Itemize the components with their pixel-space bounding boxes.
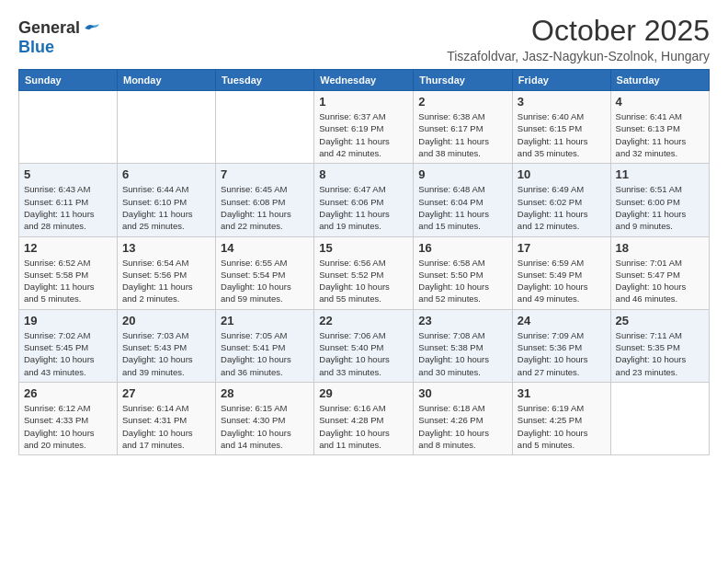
- col-monday: Monday: [117, 70, 215, 91]
- calendar-cell: 24Sunrise: 7:09 AM Sunset: 5:36 PM Dayli…: [512, 309, 610, 382]
- calendar-cell: 3Sunrise: 6:40 AM Sunset: 6:15 PM Daylig…: [512, 91, 610, 164]
- day-info: Sunrise: 7:05 AM Sunset: 5:41 PM Dayligh…: [221, 329, 309, 378]
- day-number: 24: [518, 314, 606, 327]
- day-info: Sunrise: 6:41 AM Sunset: 6:13 PM Dayligh…: [616, 110, 704, 159]
- day-number: 9: [418, 167, 507, 181]
- logo-blue: Blue: [18, 38, 54, 57]
- day-info: Sunrise: 6:56 AM Sunset: 5:52 PM Dayligh…: [319, 257, 408, 305]
- calendar-cell: 1Sunrise: 6:37 AM Sunset: 6:19 PM Daylig…: [314, 91, 414, 164]
- day-number: 12: [24, 241, 112, 255]
- day-number: 6: [122, 167, 210, 181]
- day-number: 22: [319, 314, 408, 327]
- calendar-cell: 27Sunrise: 6:14 AM Sunset: 4:31 PM Dayli…: [117, 382, 215, 454]
- calendar-cell: [117, 91, 215, 164]
- day-number: 5: [24, 167, 112, 181]
- day-info: Sunrise: 7:09 AM Sunset: 5:36 PM Dayligh…: [518, 329, 606, 378]
- day-number: 11: [616, 167, 704, 181]
- day-info: Sunrise: 6:15 AM Sunset: 4:30 PM Dayligh…: [221, 402, 309, 451]
- calendar-cell: 5Sunrise: 6:43 AM Sunset: 6:11 PM Daylig…: [19, 164, 118, 236]
- day-number: 16: [418, 241, 507, 255]
- day-info: Sunrise: 6:38 AM Sunset: 6:17 PM Dayligh…: [418, 110, 507, 159]
- calendar-cell: 26Sunrise: 6:12 AM Sunset: 4:33 PM Dayli…: [19, 382, 118, 454]
- day-number: 21: [221, 314, 309, 327]
- day-number: 31: [518, 386, 606, 400]
- day-number: 26: [24, 386, 112, 400]
- day-info: Sunrise: 6:14 AM Sunset: 4:31 PM Dayligh…: [122, 402, 210, 451]
- day-number: 15: [319, 241, 408, 255]
- day-info: Sunrise: 6:16 AM Sunset: 4:28 PM Dayligh…: [319, 402, 408, 451]
- day-number: 8: [319, 167, 408, 181]
- calendar-cell: 25Sunrise: 7:11 AM Sunset: 5:35 PM Dayli…: [610, 309, 709, 382]
- day-info: Sunrise: 6:37 AM Sunset: 6:19 PM Dayligh…: [319, 110, 408, 159]
- day-number: 7: [221, 167, 309, 181]
- calendar-cell: 2Sunrise: 6:38 AM Sunset: 6:17 PM Daylig…: [414, 91, 513, 164]
- calendar-week-4: 19Sunrise: 7:02 AM Sunset: 5:45 PM Dayli…: [19, 309, 710, 382]
- day-info: Sunrise: 7:11 AM Sunset: 5:35 PM Dayligh…: [616, 329, 704, 378]
- logo-general: General: [18, 18, 80, 38]
- day-number: 18: [616, 241, 704, 255]
- calendar-week-1: 1Sunrise: 6:37 AM Sunset: 6:19 PM Daylig…: [19, 91, 710, 164]
- day-info: Sunrise: 6:48 AM Sunset: 6:04 PM Dayligh…: [418, 183, 507, 232]
- day-info: Sunrise: 6:55 AM Sunset: 5:54 PM Dayligh…: [221, 257, 309, 305]
- day-info: Sunrise: 6:44 AM Sunset: 6:10 PM Dayligh…: [122, 183, 210, 232]
- calendar-cell: 18Sunrise: 7:01 AM Sunset: 5:47 PM Dayli…: [610, 236, 709, 309]
- col-tuesday: Tuesday: [216, 70, 314, 91]
- day-info: Sunrise: 6:19 AM Sunset: 4:25 PM Dayligh…: [518, 402, 606, 451]
- day-info: Sunrise: 7:01 AM Sunset: 5:47 PM Dayligh…: [616, 257, 704, 305]
- day-info: Sunrise: 6:12 AM Sunset: 4:33 PM Dayligh…: [24, 402, 112, 451]
- calendar-cell: 6Sunrise: 6:44 AM Sunset: 6:10 PM Daylig…: [117, 164, 215, 236]
- page: General Blue October 2025 Tiszafoldvar, …: [0, 0, 728, 465]
- calendar-cell: 30Sunrise: 6:18 AM Sunset: 4:26 PM Dayli…: [414, 382, 513, 454]
- day-info: Sunrise: 6:58 AM Sunset: 5:50 PM Dayligh…: [418, 257, 507, 305]
- day-info: Sunrise: 6:43 AM Sunset: 6:11 PM Dayligh…: [24, 183, 112, 232]
- day-number: 20: [122, 314, 210, 327]
- day-number: 25: [616, 314, 704, 327]
- day-info: Sunrise: 6:49 AM Sunset: 6:02 PM Dayligh…: [518, 183, 606, 232]
- day-info: Sunrise: 7:02 AM Sunset: 5:45 PM Dayligh…: [24, 329, 112, 378]
- day-info: Sunrise: 7:03 AM Sunset: 5:43 PM Dayligh…: [122, 329, 210, 378]
- calendar-cell: 21Sunrise: 7:05 AM Sunset: 5:41 PM Dayli…: [216, 309, 314, 382]
- calendar-cell: 10Sunrise: 6:49 AM Sunset: 6:02 PM Dayli…: [512, 164, 610, 236]
- calendar-week-5: 26Sunrise: 6:12 AM Sunset: 4:33 PM Dayli…: [19, 382, 710, 454]
- month-title: October 2025: [447, 15, 710, 47]
- col-friday: Friday: [512, 70, 610, 91]
- calendar-cell: [19, 91, 118, 164]
- logo: General Blue: [18, 18, 100, 57]
- calendar-cell: 4Sunrise: 6:41 AM Sunset: 6:13 PM Daylig…: [610, 91, 709, 164]
- day-info: Sunrise: 6:51 AM Sunset: 6:00 PM Dayligh…: [616, 183, 704, 232]
- day-number: 1: [319, 95, 408, 109]
- day-info: Sunrise: 7:06 AM Sunset: 5:40 PM Dayligh…: [319, 329, 408, 378]
- col-thursday: Thursday: [414, 70, 513, 91]
- day-number: 13: [122, 241, 210, 255]
- day-number: 29: [319, 386, 408, 400]
- day-number: 14: [221, 241, 309, 255]
- subtitle: Tiszafoldvar, Jasz-Nagykun-Szolnok, Hung…: [447, 49, 710, 63]
- day-info: Sunrise: 6:54 AM Sunset: 5:56 PM Dayligh…: [122, 257, 210, 305]
- calendar-cell: 16Sunrise: 6:58 AM Sunset: 5:50 PM Dayli…: [414, 236, 513, 309]
- day-number: 19: [24, 314, 112, 327]
- day-number: 10: [518, 167, 606, 181]
- logo-text: General: [18, 18, 100, 38]
- calendar-cell: 11Sunrise: 6:51 AM Sunset: 6:00 PM Dayli…: [610, 164, 709, 236]
- calendar-cell: 7Sunrise: 6:45 AM Sunset: 6:08 PM Daylig…: [216, 164, 314, 236]
- calendar-cell: 17Sunrise: 6:59 AM Sunset: 5:49 PM Dayli…: [512, 236, 610, 309]
- day-number: 3: [518, 95, 606, 109]
- day-number: 17: [518, 241, 606, 255]
- calendar-cell: 12Sunrise: 6:52 AM Sunset: 5:58 PM Dayli…: [19, 236, 118, 309]
- calendar-cell: 22Sunrise: 7:06 AM Sunset: 5:40 PM Dayli…: [314, 309, 414, 382]
- day-info: Sunrise: 7:08 AM Sunset: 5:38 PM Dayligh…: [418, 329, 507, 378]
- calendar-cell: [216, 91, 314, 164]
- col-wednesday: Wednesday: [314, 70, 414, 91]
- calendar-cell: 20Sunrise: 7:03 AM Sunset: 5:43 PM Dayli…: [117, 309, 215, 382]
- col-sunday: Sunday: [19, 70, 118, 91]
- day-number: 28: [221, 386, 309, 400]
- day-number: 23: [418, 314, 507, 327]
- day-number: 30: [418, 386, 507, 400]
- col-saturday: Saturday: [610, 70, 709, 91]
- calendar-header-row: Sunday Monday Tuesday Wednesday Thursday…: [19, 70, 710, 91]
- calendar-cell: 15Sunrise: 6:56 AM Sunset: 5:52 PM Dayli…: [314, 236, 414, 309]
- day-info: Sunrise: 6:18 AM Sunset: 4:26 PM Dayligh…: [418, 402, 507, 451]
- day-info: Sunrise: 6:47 AM Sunset: 6:06 PM Dayligh…: [319, 183, 408, 232]
- calendar-week-2: 5Sunrise: 6:43 AM Sunset: 6:11 PM Daylig…: [19, 164, 710, 236]
- calendar-cell: 31Sunrise: 6:19 AM Sunset: 4:25 PM Dayli…: [512, 382, 610, 454]
